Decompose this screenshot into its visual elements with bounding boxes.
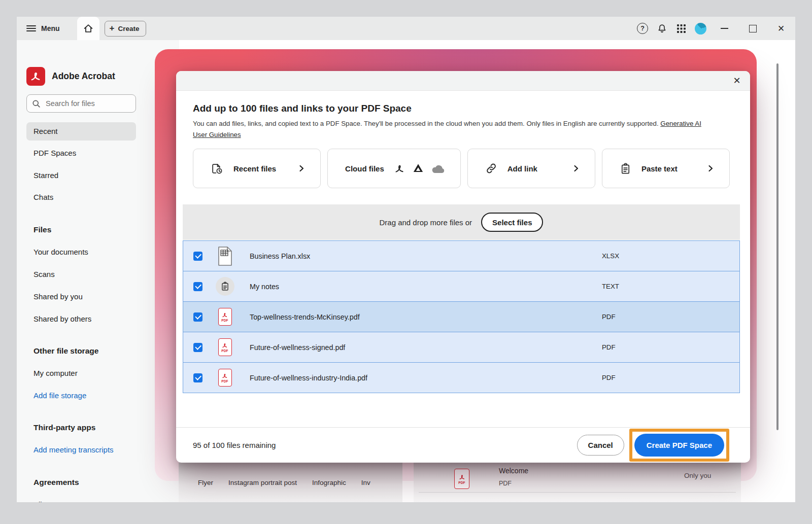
recent-files-icon bbox=[211, 162, 223, 175]
sidebar-heading-third-party-apps: Third-party apps bbox=[33, 418, 95, 437]
avatar bbox=[695, 23, 706, 34]
search-box[interactable] bbox=[26, 94, 136, 113]
divider bbox=[419, 492, 736, 493]
modal-header: ✕ bbox=[176, 71, 750, 91]
sidebar-heading-other-file-storage: Other file storage bbox=[33, 342, 98, 360]
close-icon: ✕ bbox=[777, 23, 785, 34]
sidebar-item-your-documents[interactable]: Your documents bbox=[26, 243, 136, 261]
create-button[interactable]: + Create bbox=[105, 21, 146, 37]
acrobat-window: Menu + Create ? bbox=[17, 17, 795, 502]
template-label-flyer[interactable]: Flyer bbox=[198, 479, 213, 486]
apps-grid-button[interactable] bbox=[671, 17, 691, 40]
pdf-badge: PDF bbox=[221, 349, 228, 353]
titlebar-right: ? bbox=[633, 17, 795, 40]
sidebar-link-add-file-storage[interactable]: Add file storage bbox=[26, 387, 136, 405]
pdf-badge: PDF bbox=[221, 379, 228, 383]
create-pdf-space-button[interactable]: Create PDF Space bbox=[634, 434, 724, 457]
sidebar-item-all-agreements[interactable]: All agreements bbox=[26, 496, 136, 502]
search-icon bbox=[32, 99, 41, 108]
pdf-file-icon: PDF bbox=[454, 469, 469, 489]
file-type: PDF bbox=[602, 313, 616, 321]
cloud-files-label: Cloud files bbox=[345, 164, 384, 173]
file-row-top-wellness-trends[interactable]: PDF Top-wellness-trends-McKinsey.pdf PDF bbox=[183, 301, 739, 332]
template-label-infographic[interactable]: Infographic bbox=[312, 479, 346, 486]
dropzone-text: Drag and drop more files or bbox=[380, 218, 472, 227]
file-type: TEXT bbox=[602, 283, 619, 290]
file-name: Future-of-wellness-signed.pdf bbox=[250, 343, 345, 352]
hamburger-icon bbox=[26, 25, 36, 32]
cloud-provider-icons bbox=[394, 163, 445, 174]
cancel-button[interactable]: Cancel bbox=[577, 435, 624, 456]
pdf-file-icon: PDF bbox=[215, 336, 234, 359]
help-button[interactable]: ? bbox=[633, 17, 652, 40]
app-title: Adobe Acrobat bbox=[52, 71, 115, 82]
template-label-invoice[interactable]: Inv bbox=[361, 479, 370, 486]
file-row-my-notes[interactable]: My notes TEXT bbox=[183, 271, 739, 301]
file-checkbox[interactable] bbox=[193, 312, 202, 322]
add-link-card[interactable]: Add link bbox=[467, 149, 595, 188]
file-checkbox[interactable] bbox=[193, 373, 202, 382]
file-row-business-plan[interactable]: Business Plan.xlsx XLSX bbox=[183, 241, 739, 271]
spreadsheet-file-icon bbox=[215, 245, 234, 267]
maximize-icon bbox=[749, 25, 757, 32]
modal-close-button[interactable]: ✕ bbox=[730, 74, 744, 88]
help-icon: ? bbox=[637, 23, 648, 34]
file-list: Business Plan.xlsx XLSX bbox=[183, 240, 740, 393]
file-checkbox[interactable] bbox=[193, 282, 202, 291]
add-files-modal: ✕ Add up to 100 files and links to your … bbox=[176, 71, 750, 463]
sidebar-item-starred[interactable]: Starred bbox=[26, 166, 136, 185]
maximize-button[interactable] bbox=[738, 17, 767, 40]
account-button[interactable] bbox=[691, 17, 710, 40]
file-checkbox[interactable] bbox=[193, 252, 202, 261]
file-row-future-wellness-signed[interactable]: PDF Future-of-wellness-signed.pdf PDF bbox=[183, 332, 739, 362]
sidebar-item-scans[interactable]: Scans bbox=[26, 265, 136, 284]
modal-footer: 95 of 100 files remaining Cancel Create … bbox=[176, 427, 750, 463]
sidebar-item-pdf-spaces[interactable]: PDF Spaces bbox=[26, 144, 136, 162]
paste-text-card[interactable]: Paste text bbox=[602, 149, 730, 188]
select-files-button[interactable]: Select files bbox=[481, 213, 543, 232]
notes-icon bbox=[215, 275, 234, 298]
menu-label: Menu bbox=[41, 24, 60, 32]
create-label: Create bbox=[118, 25, 140, 32]
search-input[interactable] bbox=[45, 99, 123, 108]
modal-description: You can add files, links, and copied tex… bbox=[193, 118, 705, 141]
sidebar-link-add-meeting-transcripts[interactable]: Add meeting transcripts bbox=[26, 441, 136, 459]
sidebar-item-chats[interactable]: Chats bbox=[26, 188, 136, 206]
template-label-instagram[interactable]: Instagram portrait post bbox=[228, 479, 297, 486]
bell-icon bbox=[657, 23, 667, 34]
sidebar-item-recent[interactable]: Recent bbox=[26, 122, 136, 141]
files-remaining-text: 95 of 100 files remaining bbox=[193, 441, 276, 449]
file-type: PDF bbox=[602, 343, 616, 351]
link-icon bbox=[485, 162, 497, 174]
plus-icon: + bbox=[110, 24, 115, 32]
file-type: PDF bbox=[602, 374, 616, 381]
sidebar-heading-agreements: Agreements bbox=[33, 473, 79, 492]
chevron-right-icon bbox=[298, 165, 305, 172]
modal-title: Add up to 100 files and links to your PD… bbox=[193, 103, 730, 114]
screenshot-canvas: Menu + Create ? bbox=[0, 0, 812, 524]
close-button[interactable]: ✕ bbox=[767, 17, 795, 40]
sidebar-item-my-computer[interactable]: My computer bbox=[26, 364, 136, 382]
menu-button[interactable]: Menu bbox=[17, 17, 67, 40]
vertical-scrollbar[interactable] bbox=[776, 63, 779, 430]
minimize-button[interactable] bbox=[710, 17, 738, 40]
file-type: XLSX bbox=[602, 252, 619, 260]
background-file-access: Only you bbox=[684, 472, 711, 479]
recent-files-card[interactable]: Recent files bbox=[193, 149, 321, 188]
sidebar-item-shared-by-you[interactable]: Shared by you bbox=[26, 288, 136, 306]
onedrive-icon bbox=[431, 164, 445, 173]
tab-home[interactable] bbox=[77, 17, 99, 40]
file-checkbox[interactable] bbox=[193, 343, 202, 352]
pdf-badge: PDF bbox=[458, 481, 465, 484]
file-name: My notes bbox=[250, 283, 279, 291]
file-row-future-wellness-india[interactable]: PDF Future-of-wellness-industry-India.pd… bbox=[183, 362, 739, 393]
sidebar-item-shared-by-others[interactable]: Shared by others bbox=[26, 310, 136, 328]
chevron-right-icon bbox=[707, 165, 714, 172]
highlight-annotation-box: Create PDF Space bbox=[629, 429, 729, 462]
clipboard-icon bbox=[620, 163, 631, 174]
notifications-button[interactable] bbox=[652, 17, 671, 40]
footer-actions: Cancel Create PDF Space bbox=[577, 429, 729, 462]
modal-body: Add up to 100 files and links to your PD… bbox=[176, 91, 750, 463]
dropzone[interactable]: Drag and drop more files or Select files bbox=[183, 204, 740, 240]
cloud-files-card[interactable]: Cloud files bbox=[327, 149, 461, 188]
